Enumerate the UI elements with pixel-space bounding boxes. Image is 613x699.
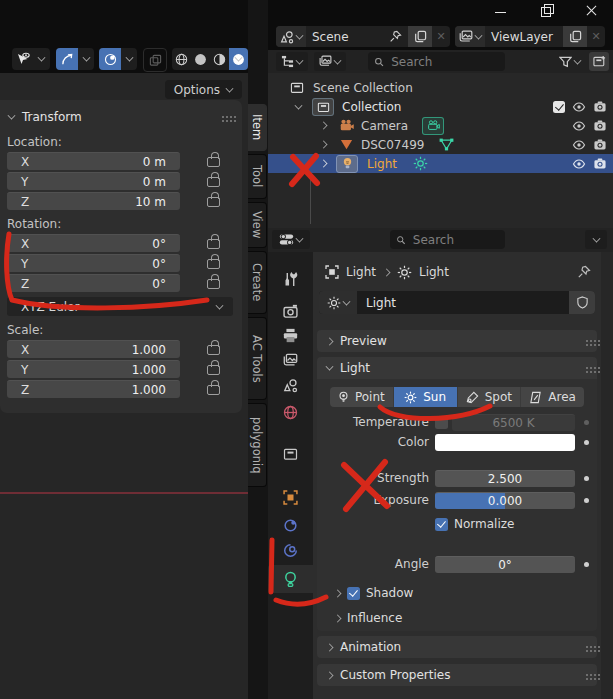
- chevron-down-icon[interactable]: [121, 48, 137, 70]
- tab-view-layer[interactable]: [268, 347, 313, 373]
- view-layer-name-field[interactable]: ViewLayer: [485, 26, 563, 47]
- eye-icon[interactable]: [572, 119, 586, 133]
- new-collection-button[interactable]: [589, 52, 609, 71]
- lock-icon[interactable]: [207, 365, 220, 375]
- arc-arrow-icon[interactable]: [56, 48, 78, 70]
- keyframe-dot[interactable]: [584, 562, 589, 567]
- exposure-slider[interactable]: 0.000: [435, 492, 575, 509]
- rotation-y-field[interactable]: Y 0°: [7, 254, 180, 272]
- remove-view-layer-icon[interactable]: ✕: [587, 26, 605, 47]
- camera-visibility-icon[interactable]: [593, 100, 607, 113]
- lock-icon[interactable]: [207, 239, 220, 249]
- properties-scrollbar[interactable]: [601, 252, 613, 699]
- panel-grip-icon[interactable]: [222, 116, 224, 118]
- scene-type-dropdown[interactable]: [276, 26, 306, 47]
- color-swatch[interactable]: [435, 434, 575, 451]
- wireframe-shading-icon[interactable]: [172, 48, 191, 70]
- tab-physics[interactable]: [268, 537, 313, 563]
- rotation-x-field[interactable]: X 0°: [7, 234, 180, 252]
- location-y-field[interactable]: Y 0 m: [7, 172, 180, 190]
- properties-search[interactable]: [390, 230, 505, 249]
- transform-panel-header[interactable]: Transform: [0, 100, 242, 130]
- restore-button[interactable]: [539, 3, 555, 19]
- shadow-subpanel[interactable]: Shadow: [334, 586, 597, 600]
- chevron-right-icon[interactable]: [320, 122, 328, 130]
- tab-render[interactable]: [268, 298, 313, 324]
- tab-constraints[interactable]: [268, 512, 313, 538]
- light-name-input[interactable]: Light: [357, 291, 569, 314]
- lock-icon[interactable]: [207, 345, 220, 355]
- proportional-edit-button[interactable]: [99, 48, 137, 70]
- filter-dropdown[interactable]: [555, 52, 585, 71]
- angle-field[interactable]: 0°: [435, 556, 575, 573]
- tab-scene[interactable]: [268, 372, 313, 398]
- preview-panel-header[interactable]: Preview: [317, 330, 597, 352]
- options-dropdown[interactable]: Options: [165, 80, 242, 99]
- breadcrumb-object[interactable]: Light: [346, 265, 376, 279]
- outliner-row-scene-collection[interactable]: Scene Collection: [268, 78, 613, 97]
- light-type-area[interactable]: Area: [521, 387, 584, 407]
- chevron-right-icon[interactable]: [320, 141, 328, 149]
- normalize-checkbox[interactable]: [435, 518, 448, 531]
- tab-output[interactable]: [268, 322, 313, 348]
- panel-grip-icon[interactable]: [586, 367, 588, 369]
- lock-icon[interactable]: [207, 385, 220, 395]
- minimize-button[interactable]: [493, 3, 509, 19]
- new-view-layer-button[interactable]: [563, 26, 587, 47]
- sun-data-icon[interactable]: [413, 156, 428, 171]
- chevron-down-icon[interactable]: [34, 48, 48, 70]
- chevron-down-icon[interactable]: [295, 101, 303, 109]
- keyframe-dot[interactable]: [584, 498, 589, 503]
- view-layer-type-dropdown[interactable]: [455, 26, 485, 47]
- sidebar-tab-item[interactable]: Item: [248, 104, 267, 151]
- temperature-checkbox[interactable]: [435, 416, 448, 429]
- keyframe-dot[interactable]: [584, 440, 589, 445]
- scale-x-field[interactable]: X 1.000: [7, 340, 180, 358]
- chevron-right-icon[interactable]: [320, 160, 328, 168]
- eye-icon[interactable]: [572, 100, 586, 114]
- camera-data-icon[interactable]: [422, 117, 444, 135]
- breadcrumb-data[interactable]: Light: [419, 265, 449, 279]
- light-type-spot[interactable]: Spot: [458, 387, 522, 407]
- sidebar-tab-create[interactable]: Create: [248, 251, 267, 314]
- lock-icon[interactable]: [207, 157, 220, 167]
- tab-world[interactable]: [268, 399, 313, 425]
- light-panel-header[interactable]: Light: [317, 357, 597, 379]
- panel-grip-icon[interactable]: [586, 646, 588, 648]
- outliner-row-light[interactable]: Light: [268, 154, 613, 173]
- location-z-field[interactable]: Z 10 m: [7, 192, 180, 210]
- select-tool-button[interactable]: [12, 48, 50, 70]
- panel-grip-icon[interactable]: [586, 340, 588, 342]
- sidebar-tab-polygoniq[interactable]: polygoniq: [248, 403, 267, 487]
- scene-name-field[interactable]: Scene: [306, 26, 408, 47]
- viewport-gizmo-button[interactable]: [143, 48, 167, 72]
- material-shading-icon[interactable]: [210, 48, 229, 70]
- tab-collection[interactable]: [268, 441, 313, 467]
- location-x-field[interactable]: X 0 m: [7, 152, 180, 170]
- display-mode-dropdown[interactable]: [314, 52, 346, 71]
- pin-icon[interactable]: [389, 30, 402, 43]
- editor-type-dropdown[interactable]: [276, 52, 308, 71]
- collection-checkbox[interactable]: [553, 101, 565, 113]
- rotation-mode-dropdown[interactable]: XYZ Euler: [7, 297, 233, 316]
- lock-icon[interactable]: [207, 259, 220, 269]
- light-type-dropdown[interactable]: [319, 291, 357, 314]
- snap-toggle-button[interactable]: [56, 48, 94, 70]
- editor-type-dropdown[interactable]: [272, 230, 310, 249]
- camera-visibility-icon[interactable]: [593, 138, 607, 151]
- viewport-region[interactable]: Options Transform Location: X 0 m Y 0 m: [0, 0, 248, 699]
- keyframe-dot[interactable]: [584, 420, 589, 425]
- close-button[interactable]: [584, 3, 600, 19]
- tab-object[interactable]: [268, 484, 313, 510]
- sidebar-tab-view[interactable]: View: [248, 202, 267, 248]
- camera-visibility-icon[interactable]: [593, 119, 607, 132]
- mesh-data-icon[interactable]: [439, 138, 454, 151]
- scale-z-field[interactable]: Z 1.000: [7, 380, 180, 398]
- solid-shading-icon[interactable]: [191, 48, 210, 70]
- light-type-point[interactable]: Point: [330, 387, 394, 407]
- animation-panel-header[interactable]: Animation: [317, 636, 597, 658]
- outliner-row-mesh[interactable]: DSC07499: [268, 135, 613, 154]
- outliner-row-camera[interactable]: Camera: [268, 116, 613, 135]
- strength-field[interactable]: 2.500: [435, 470, 575, 487]
- camera-visibility-icon[interactable]: [593, 157, 607, 170]
